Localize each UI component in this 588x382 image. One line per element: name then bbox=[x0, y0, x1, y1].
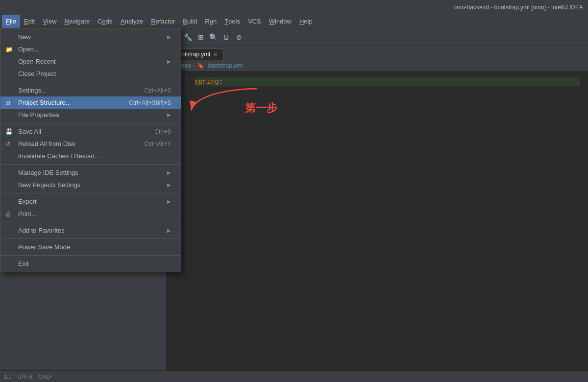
menu-item-new[interactable]: New ▶ bbox=[0, 31, 181, 43]
menu-item-print[interactable]: 🖨 Print... bbox=[0, 208, 181, 220]
structure-button[interactable]: ⊞ bbox=[195, 31, 207, 43]
menu-new-arrow: ▶ bbox=[167, 34, 171, 40]
menu-item-add-to-favorites[interactable]: Add to Favorites ▶ bbox=[0, 224, 181, 237]
breadcrumb-file: 🔖 bootstrap.yml bbox=[197, 62, 243, 69]
menu-sep-2 bbox=[0, 123, 181, 123]
menu-invalidate-label: Invalidate Caches / Restart... bbox=[18, 152, 171, 160]
title-text: omo-backend - bootstrap.yml [omo] - Inte… bbox=[453, 4, 583, 11]
menu-item-open[interactable]: 📁 Open... bbox=[0, 43, 181, 55]
menu-item-new-projects-settings[interactable]: New Projects Settings ▶ bbox=[0, 179, 181, 191]
menu-vcs[interactable]: VCS bbox=[244, 15, 265, 28]
file-dropdown-menu: New ▶ 📁 Open... Open Recent ▶ Close Proj… bbox=[0, 28, 181, 272]
menu-add-fav-arrow: ▶ bbox=[167, 228, 171, 233]
menu-open-recent-arrow: ▶ bbox=[167, 59, 171, 64]
menu-exit-label: Exit bbox=[18, 260, 171, 267]
menu-file-props-arrow: ▶ bbox=[167, 112, 171, 118]
menu-refactor[interactable]: Refactor bbox=[147, 15, 179, 28]
menu-settings-shortcut: Ctrl+Alt+S bbox=[144, 87, 171, 94]
menu-item-project-structure[interactable]: ⊞ Project Structure... Ctrl+Alt+Shift+S bbox=[0, 96, 181, 109]
menu-window[interactable]: Window bbox=[265, 15, 295, 28]
menu-save-all-label: Save All bbox=[18, 128, 150, 135]
menu-code[interactable]: Code bbox=[94, 15, 117, 28]
annotation-arrow bbox=[186, 81, 265, 120]
menu-sep-5 bbox=[0, 222, 181, 222]
reload-icon: ↺ bbox=[5, 141, 10, 147]
menu-reload-all-shortcut: Ctrl+Alt+Y bbox=[144, 141, 171, 147]
editor-area: bootstrap.yml ✕ sources › 🔖 bootstrap.ym… bbox=[167, 46, 588, 370]
editor-content[interactable]: 1 spring: 第一步 bbox=[167, 72, 588, 370]
menu-sep-3 bbox=[0, 164, 181, 165]
menu-close-project-label: Close Project bbox=[18, 70, 171, 77]
menu-add-fav-label: Add to Favorites bbox=[18, 227, 163, 234]
menu-export-arrow: ▶ bbox=[167, 199, 171, 204]
open-icon: 📁 bbox=[5, 46, 13, 53]
menu-sep-1 bbox=[0, 82, 181, 82]
status-encoding: UTF-8 bbox=[17, 374, 32, 380]
search-button[interactable]: 🔍 bbox=[208, 31, 220, 43]
menu-run[interactable]: Run bbox=[201, 15, 220, 28]
menu-open-label: Open... bbox=[18, 46, 171, 53]
status-position: 1:1 bbox=[4, 374, 11, 380]
save-icon: 💾 bbox=[5, 128, 13, 135]
menu-help[interactable]: Help bbox=[295, 15, 317, 28]
tab-bar: bootstrap.yml ✕ bbox=[167, 46, 588, 60]
menu-item-close-project[interactable]: Close Project bbox=[0, 68, 181, 80]
menu-new-label: New bbox=[18, 33, 163, 41]
menu-analyze[interactable]: Analyze bbox=[117, 15, 147, 28]
breadcrumb-bar: sources › 🔖 bootstrap.yml bbox=[167, 60, 588, 72]
menu-view[interactable]: View bbox=[39, 15, 60, 28]
menu-item-invalidate[interactable]: Invalidate Caches / Restart... bbox=[0, 150, 181, 162]
menu-sep-6 bbox=[0, 239, 181, 239]
annotation-text: 第一步 bbox=[245, 102, 277, 114]
menu-item-exit[interactable]: Exit bbox=[0, 258, 181, 270]
menu-item-export[interactable]: Export ▶ bbox=[0, 195, 181, 208]
menu-power-save-label: Power Save Mode bbox=[18, 243, 171, 251]
annotation: 第一步 bbox=[245, 101, 277, 116]
menu-save-all-shortcut: Ctrl+S bbox=[154, 128, 171, 135]
menu-file-props-label: File Properties bbox=[18, 111, 163, 119]
menu-tools[interactable]: Tools bbox=[220, 15, 244, 28]
menu-reload-all-label: Reload All from Disk bbox=[18, 140, 140, 147]
menu-export-label: Export bbox=[18, 198, 163, 205]
tab-close-button[interactable]: ✕ bbox=[213, 51, 218, 58]
menu-project-structure-label: Project Structure... bbox=[18, 99, 125, 106]
menu-item-reload-all[interactable]: ↺ Reload All from Disk Ctrl+Alt+Y bbox=[0, 138, 181, 150]
menu-item-open-recent[interactable]: Open Recent ▶ bbox=[0, 55, 181, 68]
inspect-button[interactable]: 🖥 bbox=[220, 31, 232, 43]
menu-new-projects-arrow: ▶ bbox=[167, 182, 171, 188]
settings-button[interactable]: 🔧 bbox=[182, 31, 194, 43]
status-crlf: CRLF bbox=[38, 374, 52, 380]
menu-manage-ide-arrow: ▶ bbox=[167, 170, 171, 175]
status-bar: 1:1 UTF-8 CRLF bbox=[0, 370, 588, 382]
breadcrumb-separator: › bbox=[193, 62, 195, 69]
power-button[interactable]: ⊘ bbox=[233, 31, 245, 43]
menu-project-structure-shortcut: Ctrl+Alt+Shift+S bbox=[129, 99, 171, 106]
menu-item-file-properties[interactable]: File Properties ▶ bbox=[0, 109, 181, 121]
menu-file[interactable]: File bbox=[2, 15, 20, 28]
title-bar: omo-backend - bootstrap.yml [omo] - Inte… bbox=[0, 0, 588, 15]
code-line-1: 1 spring: bbox=[174, 77, 580, 86]
file-dropdown-overlay: New ▶ 📁 Open... Open Recent ▶ Close Proj… bbox=[0, 28, 181, 272]
menu-manage-ide-label: Manage IDE Settings bbox=[18, 169, 163, 176]
menu-new-projects-label: New Projects Settings bbox=[18, 181, 163, 189]
menu-settings-label: Settings... bbox=[18, 87, 140, 94]
menu-item-power-save[interactable]: Power Save Mode bbox=[0, 241, 181, 253]
menu-open-recent-label: Open Recent bbox=[18, 58, 163, 65]
menu-bar: File Edit View Navigate Code Analyze Ref… bbox=[0, 15, 588, 28]
menu-item-save-all[interactable]: 💾 Save All Ctrl+S bbox=[0, 125, 181, 138]
code-text-1: spring: bbox=[195, 77, 580, 86]
menu-sep-7 bbox=[0, 255, 181, 256]
project-structure-icon: ⊞ bbox=[5, 99, 10, 106]
menu-item-settings[interactable]: Settings... Ctrl+Alt+S bbox=[0, 84, 181, 96]
menu-print-label: Print... bbox=[18, 210, 171, 217]
print-icon: 🖨 bbox=[5, 211, 11, 217]
menu-edit[interactable]: Edit bbox=[20, 15, 39, 28]
menu-item-manage-ide[interactable]: Manage IDE Settings ▶ bbox=[0, 167, 181, 179]
menu-sep-4 bbox=[0, 193, 181, 193]
menu-navigate[interactable]: Navigate bbox=[61, 15, 94, 28]
menu-build[interactable]: Build bbox=[179, 15, 201, 28]
